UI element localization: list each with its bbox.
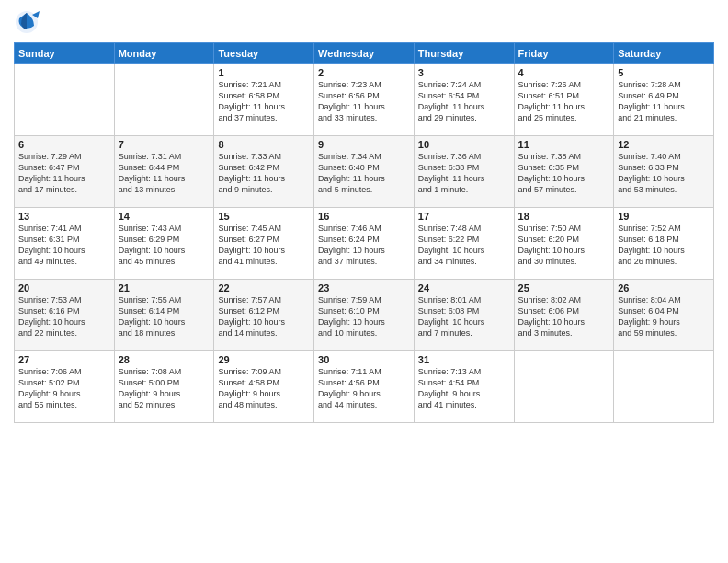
day-info: Sunrise: 7:11 AMSunset: 4:56 PMDaylight:… bbox=[318, 366, 410, 411]
day-number: 2 bbox=[318, 67, 410, 78]
calendar-cell: 9Sunrise: 7:34 AMSunset: 6:40 PMDaylight… bbox=[314, 136, 415, 208]
calendar-cell: 6Sunrise: 7:29 AMSunset: 6:47 PMDaylight… bbox=[15, 136, 115, 208]
day-info: Sunrise: 7:50 AMSunset: 6:20 PMDaylight:… bbox=[518, 223, 610, 268]
calendar-cell: 26Sunrise: 8:04 AMSunset: 6:04 PMDayligh… bbox=[614, 280, 714, 351]
calendar-cell: 1Sunrise: 7:21 AMSunset: 6:58 PMDaylight… bbox=[214, 64, 314, 136]
day-number: 6 bbox=[18, 139, 110, 150]
calendar-week-row: 1Sunrise: 7:21 AMSunset: 6:58 PMDaylight… bbox=[15, 64, 714, 136]
day-number: 18 bbox=[518, 211, 610, 222]
day-number: 23 bbox=[318, 282, 410, 293]
calendar-cell: 22Sunrise: 7:57 AMSunset: 6:12 PMDayligh… bbox=[214, 280, 314, 351]
calendar-cell: 13Sunrise: 7:41 AMSunset: 6:31 PMDayligh… bbox=[15, 208, 115, 280]
day-number: 19 bbox=[618, 211, 710, 222]
day-info: Sunrise: 7:53 AMSunset: 6:16 PMDaylight:… bbox=[18, 294, 110, 339]
day-info: Sunrise: 7:24 AMSunset: 6:54 PMDaylight:… bbox=[418, 79, 510, 124]
day-number: 5 bbox=[618, 67, 710, 78]
calendar-cell: 21Sunrise: 7:55 AMSunset: 6:14 PMDayligh… bbox=[114, 280, 214, 351]
calendar-cell: 15Sunrise: 7:45 AMSunset: 6:27 PMDayligh… bbox=[214, 208, 314, 280]
day-number: 25 bbox=[518, 282, 610, 293]
calendar-week-row: 27Sunrise: 7:06 AMSunset: 5:02 PMDayligh… bbox=[15, 351, 714, 423]
day-number: 30 bbox=[318, 354, 410, 365]
day-info: Sunrise: 7:52 AMSunset: 6:18 PMDaylight:… bbox=[618, 223, 710, 268]
day-info: Sunrise: 8:02 AMSunset: 6:06 PMDaylight:… bbox=[518, 294, 610, 339]
calendar-page: Sunday Monday Tuesday Wednesday Thursday… bbox=[0, 0, 728, 563]
calendar-cell: 12Sunrise: 7:40 AMSunset: 6:33 PMDayligh… bbox=[614, 136, 714, 208]
header-saturday: Saturday bbox=[614, 43, 714, 64]
day-info: Sunrise: 7:43 AMSunset: 6:29 PMDaylight:… bbox=[119, 223, 210, 268]
calendar-cell: 3Sunrise: 7:24 AMSunset: 6:54 PMDaylight… bbox=[414, 64, 514, 136]
calendar-cell: 20Sunrise: 7:53 AMSunset: 6:16 PMDayligh… bbox=[15, 280, 115, 351]
header-wednesday: Wednesday bbox=[314, 43, 415, 64]
day-info: Sunrise: 7:45 AMSunset: 6:27 PMDaylight:… bbox=[218, 223, 310, 268]
day-number: 22 bbox=[218, 282, 310, 293]
header-sunday: Sunday bbox=[15, 43, 115, 64]
day-number: 9 bbox=[318, 139, 410, 150]
calendar-cell: 17Sunrise: 7:48 AMSunset: 6:22 PMDayligh… bbox=[414, 208, 514, 280]
header-row: Sunday Monday Tuesday Wednesday Thursday… bbox=[15, 43, 714, 64]
day-info: Sunrise: 7:36 AMSunset: 6:38 PMDaylight:… bbox=[418, 151, 510, 196]
day-info: Sunrise: 7:13 AMSunset: 4:54 PMDaylight:… bbox=[418, 366, 510, 411]
logo bbox=[14, 9, 43, 35]
header-tuesday: Tuesday bbox=[214, 43, 314, 64]
day-info: Sunrise: 7:26 AMSunset: 6:51 PMDaylight:… bbox=[518, 79, 610, 124]
day-number: 16 bbox=[318, 211, 410, 222]
day-info: Sunrise: 7:28 AMSunset: 6:49 PMDaylight:… bbox=[618, 79, 710, 124]
calendar-cell: 24Sunrise: 8:01 AMSunset: 6:08 PMDayligh… bbox=[414, 280, 514, 351]
header-thursday: Thursday bbox=[414, 43, 514, 64]
calendar-cell bbox=[614, 351, 714, 423]
day-number: 4 bbox=[518, 67, 610, 78]
day-info: Sunrise: 7:55 AMSunset: 6:14 PMDaylight:… bbox=[119, 294, 210, 339]
day-number: 13 bbox=[18, 211, 110, 222]
calendar-cell: 10Sunrise: 7:36 AMSunset: 6:38 PMDayligh… bbox=[414, 136, 514, 208]
calendar-cell: 4Sunrise: 7:26 AMSunset: 6:51 PMDaylight… bbox=[514, 64, 614, 136]
day-number: 26 bbox=[618, 282, 710, 293]
day-number: 7 bbox=[119, 139, 210, 150]
calendar-cell: 14Sunrise: 7:43 AMSunset: 6:29 PMDayligh… bbox=[114, 208, 214, 280]
header-monday: Monday bbox=[114, 43, 214, 64]
day-number: 24 bbox=[418, 282, 510, 293]
day-number: 29 bbox=[218, 354, 310, 365]
calendar-table: Sunday Monday Tuesday Wednesday Thursday… bbox=[14, 42, 714, 423]
calendar-cell bbox=[114, 64, 214, 136]
day-info: Sunrise: 7:31 AMSunset: 6:44 PMDaylight:… bbox=[119, 151, 210, 196]
calendar-cell: 5Sunrise: 7:28 AMSunset: 6:49 PMDaylight… bbox=[614, 64, 714, 136]
calendar-week-row: 20Sunrise: 7:53 AMSunset: 6:16 PMDayligh… bbox=[15, 280, 714, 351]
logo-icon bbox=[14, 9, 40, 35]
day-number: 8 bbox=[218, 139, 310, 150]
day-info: Sunrise: 7:48 AMSunset: 6:22 PMDaylight:… bbox=[418, 223, 510, 268]
day-info: Sunrise: 7:08 AMSunset: 5:00 PMDaylight:… bbox=[119, 366, 210, 411]
day-info: Sunrise: 8:01 AMSunset: 6:08 PMDaylight:… bbox=[418, 294, 510, 339]
day-number: 17 bbox=[418, 211, 510, 222]
calendar-cell: 18Sunrise: 7:50 AMSunset: 6:20 PMDayligh… bbox=[514, 208, 614, 280]
day-number: 15 bbox=[218, 211, 310, 222]
calendar-cell bbox=[514, 351, 614, 423]
day-info: Sunrise: 7:57 AMSunset: 6:12 PMDaylight:… bbox=[218, 294, 310, 339]
day-number: 11 bbox=[518, 139, 610, 150]
calendar-cell: 2Sunrise: 7:23 AMSunset: 6:56 PMDaylight… bbox=[314, 64, 415, 136]
day-number: 3 bbox=[418, 67, 510, 78]
day-number: 14 bbox=[119, 211, 210, 222]
day-info: Sunrise: 7:29 AMSunset: 6:47 PMDaylight:… bbox=[18, 151, 110, 196]
day-info: Sunrise: 7:21 AMSunset: 6:58 PMDaylight:… bbox=[218, 79, 310, 124]
calendar-cell: 28Sunrise: 7:08 AMSunset: 5:00 PMDayligh… bbox=[114, 351, 214, 423]
day-number: 20 bbox=[18, 282, 110, 293]
calendar-cell: 19Sunrise: 7:52 AMSunset: 6:18 PMDayligh… bbox=[614, 208, 714, 280]
day-number: 1 bbox=[218, 67, 310, 78]
day-number: 31 bbox=[418, 354, 510, 365]
day-info: Sunrise: 7:59 AMSunset: 6:10 PMDaylight:… bbox=[318, 294, 410, 339]
day-info: Sunrise: 7:23 AMSunset: 6:56 PMDaylight:… bbox=[318, 79, 410, 124]
calendar-cell: 11Sunrise: 7:38 AMSunset: 6:35 PMDayligh… bbox=[514, 136, 614, 208]
header bbox=[14, 9, 714, 35]
header-friday: Friday bbox=[514, 43, 614, 64]
day-info: Sunrise: 7:40 AMSunset: 6:33 PMDaylight:… bbox=[618, 151, 710, 196]
day-info: Sunrise: 7:38 AMSunset: 6:35 PMDaylight:… bbox=[518, 151, 610, 196]
day-number: 27 bbox=[18, 354, 110, 365]
calendar-cell: 7Sunrise: 7:31 AMSunset: 6:44 PMDaylight… bbox=[114, 136, 214, 208]
calendar-cell: 8Sunrise: 7:33 AMSunset: 6:42 PMDaylight… bbox=[214, 136, 314, 208]
day-info: Sunrise: 8:04 AMSunset: 6:04 PMDaylight:… bbox=[618, 294, 710, 339]
day-info: Sunrise: 7:09 AMSunset: 4:58 PMDaylight:… bbox=[218, 366, 310, 411]
day-number: 28 bbox=[119, 354, 210, 365]
day-number: 12 bbox=[618, 139, 710, 150]
calendar-cell: 25Sunrise: 8:02 AMSunset: 6:06 PMDayligh… bbox=[514, 280, 614, 351]
calendar-cell: 29Sunrise: 7:09 AMSunset: 4:58 PMDayligh… bbox=[214, 351, 314, 423]
